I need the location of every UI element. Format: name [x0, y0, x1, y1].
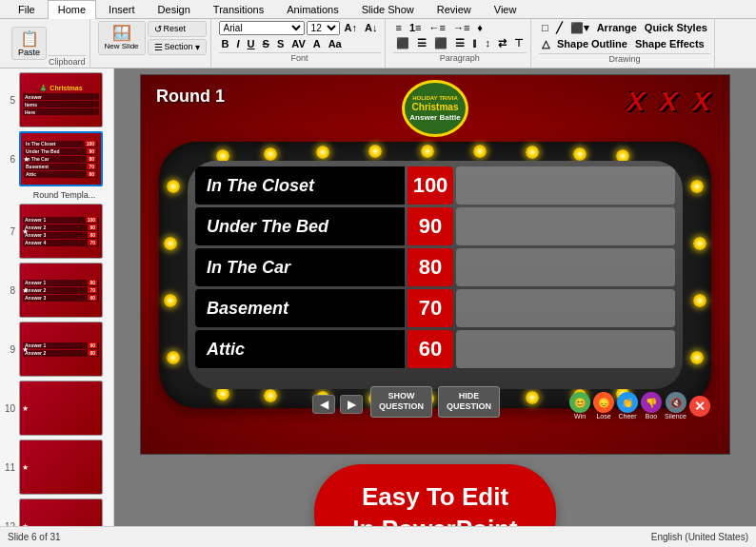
- close-button[interactable]: ✕: [689, 396, 710, 417]
- decrease-font-button[interactable]: A↓: [362, 21, 380, 34]
- promo-pill: Easy To Edit In PowerPoint: [314, 464, 555, 526]
- shape-effects-button[interactable]: Shape Effects: [632, 37, 707, 50]
- nav-arrows-container: ◀ ▶: [312, 395, 363, 414]
- light-l3: [164, 294, 177, 307]
- tab-design[interactable]: Design: [148, 0, 201, 18]
- light-t4: [368, 145, 382, 158]
- prev-arrow[interactable]: ◀: [312, 395, 335, 414]
- line-spacing-button[interactable]: ↕: [483, 36, 494, 49]
- align-left-button[interactable]: ⬛: [393, 36, 412, 50]
- drawing-section: □ ╱ ⬛▾ Arrange Quick Styles △ Shape Outl…: [535, 19, 715, 68]
- font-color-button[interactable]: A: [310, 37, 324, 50]
- tab-animations[interactable]: Animations: [276, 0, 348, 18]
- answer-score-2: 90: [408, 207, 453, 245]
- tab-insert[interactable]: Insert: [98, 0, 146, 18]
- paste-button[interactable]: 📋 Paste: [11, 27, 47, 60]
- section-button[interactable]: ☰ Section ▾: [148, 39, 207, 55]
- bullets-button[interactable]: ≡: [393, 21, 405, 34]
- align-text-button[interactable]: ⊤: [511, 36, 527, 50]
- slides-section: 🪟 New Slide ↺ Reset ☰ Section ▾: [94, 19, 211, 68]
- light-b7: [526, 391, 539, 404]
- slide-thumb-11[interactable]: 11 ★: [4, 440, 109, 495]
- increase-font-button[interactable]: A↑: [342, 21, 360, 34]
- lose-button[interactable]: 😞: [593, 392, 614, 413]
- light-r1: [690, 180, 704, 193]
- font-family-select[interactable]: Arial: [219, 21, 305, 35]
- answer-label-3: In The Car: [195, 248, 405, 286]
- slide-thumb-6[interactable]: 6 ★ In The Closet100 Under The Bed90 In …: [4, 131, 109, 186]
- light-t7: [526, 146, 539, 159]
- shadow-button[interactable]: S: [274, 37, 287, 50]
- slide-thumb-5[interactable]: 5 🎄 Christmas Answer Items Here: [4, 72, 109, 127]
- answer-blank-5: [456, 330, 675, 368]
- right-panel: Round 1 HOLIDAY TRIVIA Christmas Answer …: [114, 68, 756, 526]
- tab-view[interactable]: View: [484, 0, 527, 18]
- arrange-button[interactable]: Arrange: [594, 21, 640, 34]
- strikethrough-button[interactable]: S: [260, 37, 272, 50]
- answer-score-4: 70: [408, 289, 453, 327]
- slide-6-label: Round Templa...: [19, 190, 109, 200]
- justify-button[interactable]: ☰: [452, 36, 468, 50]
- slide-thumb-10[interactable]: 10 ★: [4, 381, 109, 436]
- shape-more[interactable]: ⬛▾: [567, 21, 592, 35]
- answer-row-1: In The Closet 100: [195, 166, 675, 205]
- answer-row-3: In The Car 80: [195, 248, 675, 286]
- shape-square[interactable]: □: [539, 21, 551, 34]
- board-inner: In The Closet 100 Under The Bed 90: [188, 161, 683, 389]
- x-marks: X X X: [627, 87, 714, 117]
- lose-label: Lose: [596, 413, 610, 420]
- light-t8: [573, 147, 587, 161]
- win-button[interactable]: 😊: [569, 392, 590, 413]
- quick-styles-button[interactable]: Quick Styles: [642, 21, 710, 34]
- tab-transitions[interactable]: Transitions: [203, 0, 274, 18]
- underline-button[interactable]: U: [245, 37, 258, 50]
- slide-panel: 5 🎄 Christmas Answer Items Here 6 ★ In: [0, 68, 114, 526]
- align-center-button[interactable]: ☰: [414, 36, 429, 50]
- slide-count: Slide 6 of 31: [8, 532, 61, 542]
- slide-thumb-8[interactable]: 8 ★ Answer 180 Answer 270 Answer 360: [4, 263, 109, 318]
- columns-button[interactable]: ⫿: [469, 36, 481, 49]
- cheer-button[interactable]: 👏: [617, 392, 638, 413]
- slide-thumb-7[interactable]: 7 ★ Answer 1100 Answer 290 Answer 380 An…: [4, 204, 109, 259]
- font-size-input[interactable]: Aa: [326, 37, 345, 50]
- shape-outline-button[interactable]: Shape Outline: [554, 37, 630, 50]
- slide-canvas[interactable]: Round 1 HOLIDAY TRIVIA Christmas Answer …: [140, 74, 730, 455]
- answer-label-5: Attic: [195, 330, 405, 368]
- answer-score-5: 60: [408, 330, 453, 368]
- new-slide-icon: 🪟: [112, 24, 131, 42]
- boo-label: Boo: [646, 413, 657, 420]
- bold-button[interactable]: B: [219, 37, 232, 50]
- tab-file[interactable]: File: [8, 0, 46, 18]
- char-spacing-button[interactable]: AV: [288, 37, 308, 50]
- text-direction-button[interactable]: ⇄: [495, 36, 509, 50]
- slide-thumb-12[interactable]: 12 ★: [4, 498, 109, 526]
- shape-line[interactable]: ╱: [553, 21, 566, 35]
- light-t6: [473, 145, 487, 158]
- next-arrow[interactable]: ▶: [340, 395, 363, 414]
- new-slide-button[interactable]: 🪟 New Slide: [98, 21, 146, 55]
- show-question-button[interactable]: SHOWQUESTION: [370, 386, 432, 418]
- round-label: Round 1: [156, 87, 225, 107]
- font-size-select[interactable]: 12: [307, 21, 340, 35]
- silence-button[interactable]: 🔇: [666, 392, 686, 413]
- answer-label-2: Under The Bed: [195, 207, 405, 245]
- tab-home[interactable]: Home: [48, 0, 96, 19]
- tab-slideshow[interactable]: Slide Show: [351, 0, 425, 18]
- reset-button[interactable]: ↺ Reset: [148, 21, 207, 37]
- light-r2: [693, 237, 706, 250]
- numbering-button[interactable]: 1≡: [407, 21, 425, 34]
- align-right-button[interactable]: ⬛: [431, 36, 450, 50]
- convert-smartart-button[interactable]: ♦: [474, 21, 486, 34]
- promo-line2: In PowerPoint: [352, 515, 517, 526]
- paragraph-section: ≡ 1≡ ←≡ →≡ ♦ ⬛ ☰ ⬛ ☰ ⫿ ↕ ⇄ ⊤ Paragraph: [389, 19, 532, 68]
- ribbon-tabs: File Home Insert Design Transitions Anim…: [0, 0, 756, 19]
- increase-indent-button[interactable]: →≡: [450, 21, 472, 34]
- hide-question-button[interactable]: HIDEQUESTION: [438, 386, 500, 418]
- tab-review[interactable]: Review: [427, 0, 482, 18]
- boo-button[interactable]: 👎: [641, 392, 662, 413]
- win-label: Win: [574, 413, 586, 420]
- italic-button[interactable]: I: [234, 37, 243, 50]
- decrease-indent-button[interactable]: ←≡: [426, 21, 448, 34]
- slide-thumb-9[interactable]: 9 ★ Answer 190 Answer 280: [4, 322, 109, 377]
- shape-fill-button[interactable]: △: [539, 37, 552, 51]
